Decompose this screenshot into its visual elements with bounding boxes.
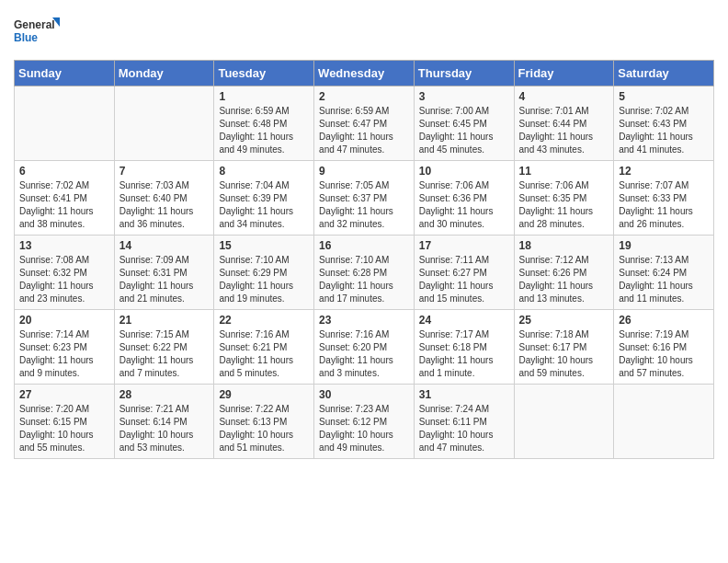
day-number: 26 xyxy=(619,314,709,327)
day-info: Sunrise: 7:07 AM Sunset: 6:33 PM Dayligh… xyxy=(619,179,709,231)
day-number: 20 xyxy=(19,314,109,327)
calendar-cell: 12Sunrise: 7:07 AM Sunset: 6:33 PM Dayli… xyxy=(614,161,714,236)
calendar-cell: 28Sunrise: 7:21 AM Sunset: 6:14 PM Dayli… xyxy=(114,385,214,459)
calendar-cell: 2Sunrise: 6:59 AM Sunset: 6:47 PM Daylig… xyxy=(314,86,415,161)
day-info: Sunrise: 7:04 AM Sunset: 6:39 PM Dayligh… xyxy=(219,179,309,231)
calendar-cell: 26Sunrise: 7:19 AM Sunset: 6:16 PM Dayli… xyxy=(614,310,714,385)
calendar-cell: 24Sunrise: 7:17 AM Sunset: 6:18 PM Dayli… xyxy=(414,310,514,385)
day-number: 31 xyxy=(419,388,509,401)
day-number: 29 xyxy=(219,388,309,401)
day-info: Sunrise: 7:10 AM Sunset: 6:28 PM Dayligh… xyxy=(319,254,409,305)
day-number: 13 xyxy=(19,239,109,252)
calendar-cell: 13Sunrise: 7:08 AM Sunset: 6:32 PM Dayli… xyxy=(15,236,115,310)
day-number: 4 xyxy=(519,90,609,103)
header-thursday: Thursday xyxy=(414,61,514,86)
calendar-cell: 21Sunrise: 7:15 AM Sunset: 6:22 PM Dayli… xyxy=(114,310,214,385)
calendar-cell xyxy=(514,385,614,459)
day-number: 18 xyxy=(519,239,609,252)
header-wednesday: Wednesday xyxy=(314,61,415,86)
day-info: Sunrise: 7:03 AM Sunset: 6:40 PM Dayligh… xyxy=(119,179,210,231)
calendar-cell: 11Sunrise: 7:06 AM Sunset: 6:35 PM Dayli… xyxy=(514,161,614,236)
header-tuesday: Tuesday xyxy=(214,61,314,86)
week-row-3: 13Sunrise: 7:08 AM Sunset: 6:32 PM Dayli… xyxy=(15,236,714,310)
day-info: Sunrise: 6:59 AM Sunset: 6:48 PM Dayligh… xyxy=(219,105,309,156)
calendar-table: SundayMondayTuesdayWednesdayThursdayFrid… xyxy=(14,60,714,459)
day-info: Sunrise: 7:17 AM Sunset: 6:18 PM Dayligh… xyxy=(419,328,509,380)
calendar-cell: 6Sunrise: 7:02 AM Sunset: 6:41 PM Daylig… xyxy=(15,161,115,236)
day-number: 6 xyxy=(19,165,109,178)
calendar-cell: 14Sunrise: 7:09 AM Sunset: 6:31 PM Dayli… xyxy=(114,236,214,310)
calendar-cell: 15Sunrise: 7:10 AM Sunset: 6:29 PM Dayli… xyxy=(214,236,314,310)
calendar-cell: 25Sunrise: 7:18 AM Sunset: 6:17 PM Dayli… xyxy=(514,310,614,385)
calendar-cell: 22Sunrise: 7:16 AM Sunset: 6:21 PM Dayli… xyxy=(214,310,314,385)
calendar-cell: 27Sunrise: 7:20 AM Sunset: 6:15 PM Dayli… xyxy=(15,385,115,459)
week-row-4: 20Sunrise: 7:14 AM Sunset: 6:23 PM Dayli… xyxy=(15,310,714,385)
calendar-cell: 8Sunrise: 7:04 AM Sunset: 6:39 PM Daylig… xyxy=(214,161,314,236)
calendar-cell: 9Sunrise: 7:05 AM Sunset: 6:37 PM Daylig… xyxy=(314,161,415,236)
day-info: Sunrise: 7:02 AM Sunset: 6:41 PM Dayligh… xyxy=(19,179,109,231)
day-info: Sunrise: 7:06 AM Sunset: 6:36 PM Dayligh… xyxy=(419,179,509,231)
calendar-cell: 16Sunrise: 7:10 AM Sunset: 6:28 PM Dayli… xyxy=(314,236,415,310)
day-number: 5 xyxy=(619,90,709,103)
header-row: SundayMondayTuesdayWednesdayThursdayFrid… xyxy=(15,61,714,86)
day-info: Sunrise: 7:06 AM Sunset: 6:35 PM Dayligh… xyxy=(519,179,609,231)
page-header: General Blue xyxy=(14,14,714,51)
day-info: Sunrise: 7:10 AM Sunset: 6:29 PM Dayligh… xyxy=(219,254,309,305)
day-info: Sunrise: 7:08 AM Sunset: 6:32 PM Dayligh… xyxy=(19,254,109,305)
header-sunday: Sunday xyxy=(15,61,115,86)
calendar-cell: 3Sunrise: 7:00 AM Sunset: 6:45 PM Daylig… xyxy=(414,86,514,161)
logo-svg: General Blue xyxy=(14,14,60,51)
svg-text:Blue: Blue xyxy=(14,31,38,44)
day-info: Sunrise: 7:21 AM Sunset: 6:14 PM Dayligh… xyxy=(119,403,210,454)
calendar-cell xyxy=(15,86,115,161)
day-number: 8 xyxy=(219,165,309,178)
day-number: 23 xyxy=(319,314,409,327)
day-number: 19 xyxy=(619,239,709,252)
day-info: Sunrise: 7:18 AM Sunset: 6:17 PM Dayligh… xyxy=(519,328,609,380)
calendar-cell: 10Sunrise: 7:06 AM Sunset: 6:36 PM Dayli… xyxy=(414,161,514,236)
logo: General Blue xyxy=(14,14,60,51)
header-friday: Friday xyxy=(514,61,614,86)
day-info: Sunrise: 7:23 AM Sunset: 6:12 PM Dayligh… xyxy=(319,403,409,454)
day-info: Sunrise: 7:00 AM Sunset: 6:45 PM Dayligh… xyxy=(419,105,509,156)
day-number: 1 xyxy=(219,90,309,103)
day-info: Sunrise: 7:24 AM Sunset: 6:11 PM Dayligh… xyxy=(419,403,509,454)
week-row-5: 27Sunrise: 7:20 AM Sunset: 6:15 PM Dayli… xyxy=(15,385,714,459)
calendar-cell: 29Sunrise: 7:22 AM Sunset: 6:13 PM Dayli… xyxy=(214,385,314,459)
header-saturday: Saturday xyxy=(614,61,714,86)
day-number: 30 xyxy=(319,388,409,401)
day-number: 3 xyxy=(419,90,509,103)
calendar-cell: 4Sunrise: 7:01 AM Sunset: 6:44 PM Daylig… xyxy=(514,86,614,161)
day-number: 27 xyxy=(19,388,109,401)
day-number: 17 xyxy=(419,239,509,252)
week-row-1: 1Sunrise: 6:59 AM Sunset: 6:48 PM Daylig… xyxy=(15,86,714,161)
day-info: Sunrise: 7:02 AM Sunset: 6:43 PM Dayligh… xyxy=(619,105,709,156)
calendar-cell: 30Sunrise: 7:23 AM Sunset: 6:12 PM Dayli… xyxy=(314,385,415,459)
calendar-cell: 17Sunrise: 7:11 AM Sunset: 6:27 PM Dayli… xyxy=(414,236,514,310)
day-number: 9 xyxy=(319,165,409,178)
calendar-cell xyxy=(114,86,214,161)
day-info: Sunrise: 7:01 AM Sunset: 6:44 PM Dayligh… xyxy=(519,105,609,156)
day-info: Sunrise: 7:20 AM Sunset: 6:15 PM Dayligh… xyxy=(19,403,109,454)
day-number: 12 xyxy=(619,165,709,178)
day-info: Sunrise: 7:13 AM Sunset: 6:24 PM Dayligh… xyxy=(619,254,709,305)
day-number: 24 xyxy=(419,314,509,327)
day-number: 14 xyxy=(119,239,210,252)
day-info: Sunrise: 7:05 AM Sunset: 6:37 PM Dayligh… xyxy=(319,179,409,231)
week-row-2: 6Sunrise: 7:02 AM Sunset: 6:41 PM Daylig… xyxy=(15,161,714,236)
day-number: 11 xyxy=(519,165,609,178)
calendar-cell: 20Sunrise: 7:14 AM Sunset: 6:23 PM Dayli… xyxy=(15,310,115,385)
header-monday: Monday xyxy=(114,61,214,86)
day-number: 22 xyxy=(219,314,309,327)
day-info: Sunrise: 7:19 AM Sunset: 6:16 PM Dayligh… xyxy=(619,328,709,380)
calendar-cell xyxy=(614,385,714,459)
day-number: 25 xyxy=(519,314,609,327)
calendar-cell: 18Sunrise: 7:12 AM Sunset: 6:26 PM Dayli… xyxy=(514,236,614,310)
calendar-cell: 31Sunrise: 7:24 AM Sunset: 6:11 PM Dayli… xyxy=(414,385,514,459)
day-info: Sunrise: 7:14 AM Sunset: 6:23 PM Dayligh… xyxy=(19,328,109,380)
day-info: Sunrise: 7:09 AM Sunset: 6:31 PM Dayligh… xyxy=(119,254,210,305)
svg-text:General: General xyxy=(14,18,55,31)
day-number: 2 xyxy=(319,90,409,103)
day-info: Sunrise: 7:15 AM Sunset: 6:22 PM Dayligh… xyxy=(119,328,210,380)
day-number: 15 xyxy=(219,239,309,252)
